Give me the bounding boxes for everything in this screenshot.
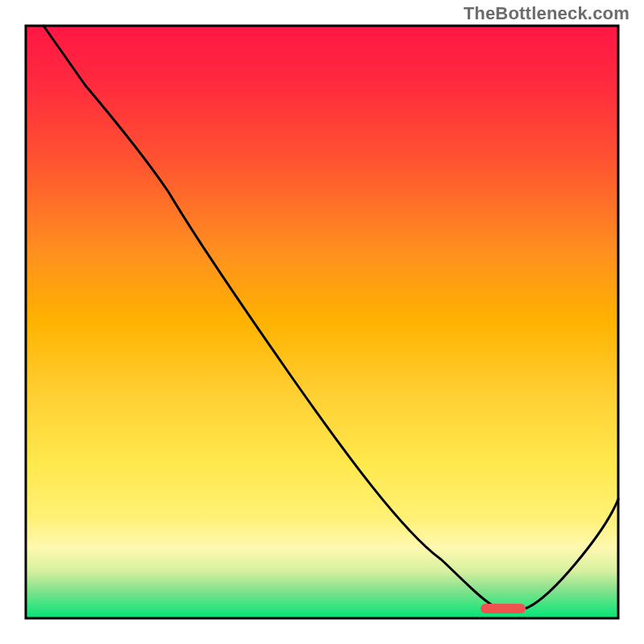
chart-canvas: TheBottleneck.com — [0, 0, 644, 644]
plot-background — [26, 26, 618, 618]
chart-svg — [0, 0, 644, 644]
optimal-marker — [481, 604, 526, 613]
watermark-label: TheBottleneck.com — [464, 3, 630, 24]
